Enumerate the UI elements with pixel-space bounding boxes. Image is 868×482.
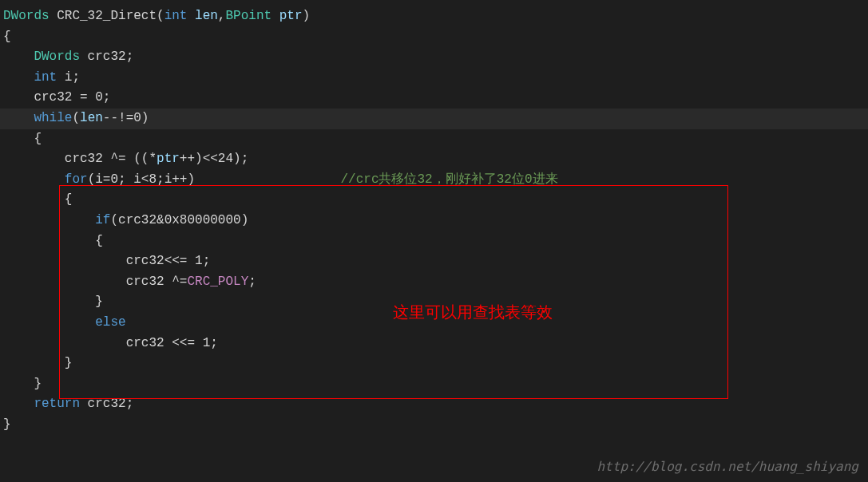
keyword: else: [95, 315, 125, 330]
param: len: [187, 9, 217, 23]
code-line: }: [0, 415, 868, 436]
code-line: }: [0, 354, 868, 374]
constant: CRC_POLY: [187, 275, 248, 289]
annotation-text: 这里可以用查找表等效: [393, 302, 553, 323]
type-keyword: DWords: [34, 49, 80, 64]
keyword: for: [65, 172, 88, 187]
code-line-active: while(len--!=0): [0, 109, 868, 129]
type-keyword: int: [34, 70, 57, 85]
type-keyword: DWords: [3, 9, 50, 23]
code-line: if(crc32&0x80000000): [0, 211, 868, 231]
code-line: {: [0, 27, 868, 48]
watermark: http://blog.csdn.net/huang_shiyang: [597, 459, 858, 474]
type-keyword: BPoint: [225, 9, 271, 23]
function-name: CRC_32_Direct: [50, 9, 157, 23]
keyword: if: [95, 213, 110, 227]
code-line: crc32<<= 1;: [0, 251, 868, 272]
code-line: return crc32;: [0, 394, 868, 415]
code-line: crc32 ^=CRC_POLY;: [0, 272, 868, 293]
code-line: {: [0, 190, 868, 211]
code-line: int i;: [0, 68, 868, 89]
param: ptr: [271, 9, 302, 23]
keyword: while: [34, 111, 72, 125]
code-line: crc32 ^= ((*ptr++)<<24);: [0, 149, 868, 170]
code-line: {: [0, 129, 868, 150]
keyword: return: [34, 397, 80, 411]
type-keyword: int: [164, 9, 188, 23]
code-editor: DWords CRC_32_Direct(int len,BPoint ptr)…: [0, 0, 868, 441]
code-line: crc32 = 0;: [0, 88, 868, 109]
code-line: }: [0, 374, 868, 395]
code-line: DWords crc32;: [0, 47, 868, 68]
comment: //crc共移位32，刚好补了32位0进来: [340, 172, 557, 187]
code-line: crc32 <<= 1;: [0, 334, 868, 354]
code-line: for(i=0; i<8;i++) //crc共移位32，刚好补了32位0进来: [0, 170, 868, 191]
code-line: DWords CRC_32_Direct(int len,BPoint ptr): [0, 6, 868, 27]
code-line: {: [0, 231, 868, 252]
